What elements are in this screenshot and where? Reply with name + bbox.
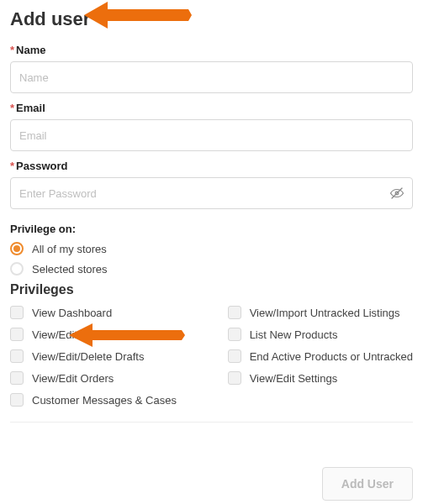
checkbox-view-edit-active-products[interactable]: View/Edit Active Products bbox=[10, 328, 193, 341]
checkbox-list-new-products[interactable]: List New Products bbox=[193, 328, 413, 341]
password-input[interactable] bbox=[10, 177, 413, 209]
checkbox-label: End Active Products or Untracked bbox=[250, 350, 413, 363]
checkbox-view-edit-settings[interactable]: View/Edit Settings bbox=[193, 371, 413, 385]
checkbox-view-edit-delete-drafts[interactable]: View/Edit/Delete Drafts bbox=[10, 349, 193, 363]
checkbox-icon bbox=[10, 328, 24, 341]
email-input[interactable] bbox=[10, 119, 413, 151]
checkbox-label: View/Edit Settings bbox=[250, 372, 338, 385]
checkbox-label: View/Import Untracked Listings bbox=[250, 307, 400, 319]
checkbox-label: View Dashboard bbox=[32, 307, 112, 319]
required-asterisk: * bbox=[10, 160, 14, 172]
checkbox-label: List New Products bbox=[250, 328, 338, 341]
page-title: Add user bbox=[10, 8, 413, 30]
add-user-button[interactable]: Add User bbox=[322, 467, 413, 501]
checkbox-icon bbox=[10, 349, 24, 363]
checkbox-icon bbox=[10, 306, 24, 319]
checkbox-icon bbox=[228, 306, 241, 319]
checkbox-customer-messages-cases[interactable]: Customer Messages & Cases bbox=[10, 393, 193, 407]
radio-icon bbox=[10, 242, 24, 255]
privilege-on-label: Privilege on: bbox=[10, 223, 413, 235]
checkbox-label: View/Edit Active Products bbox=[32, 328, 156, 341]
checkbox-view-import-untracked[interactable]: View/Import Untracked Listings bbox=[193, 306, 413, 319]
checkbox-label: Customer Messages & Cases bbox=[32, 394, 177, 407]
checkbox-label: View/Edit/Delete Drafts bbox=[32, 350, 144, 363]
checkbox-view-edit-orders[interactable]: View/Edit Orders bbox=[10, 371, 193, 385]
radio-icon bbox=[10, 262, 24, 276]
checkbox-icon bbox=[228, 349, 241, 363]
radio-label: Selected stores bbox=[32, 263, 108, 276]
password-label: *Password bbox=[10, 160, 413, 172]
privileges-heading: Privileges bbox=[10, 282, 413, 297]
checkbox-icon bbox=[10, 371, 24, 385]
checkbox-icon bbox=[228, 328, 241, 341]
radio-selected-stores[interactable]: Selected stores bbox=[10, 262, 413, 276]
checkbox-icon bbox=[10, 393, 24, 407]
radio-all-stores[interactable]: All of my stores bbox=[10, 242, 413, 255]
email-label: *Email bbox=[10, 102, 413, 114]
name-label: *Name bbox=[10, 44, 413, 56]
required-asterisk: * bbox=[10, 102, 14, 114]
name-input[interactable] bbox=[10, 61, 413, 93]
checkbox-view-dashboard[interactable]: View Dashboard bbox=[10, 306, 193, 319]
divider bbox=[10, 422, 413, 423]
radio-label: All of my stores bbox=[32, 243, 107, 255]
checkbox-end-active-or-untracked[interactable]: End Active Products or Untracked bbox=[193, 349, 413, 363]
required-asterisk: * bbox=[10, 44, 14, 56]
checkbox-icon bbox=[228, 371, 241, 385]
toggle-password-visibility-icon[interactable] bbox=[389, 186, 404, 201]
checkbox-label: View/Edit Orders bbox=[32, 372, 114, 385]
